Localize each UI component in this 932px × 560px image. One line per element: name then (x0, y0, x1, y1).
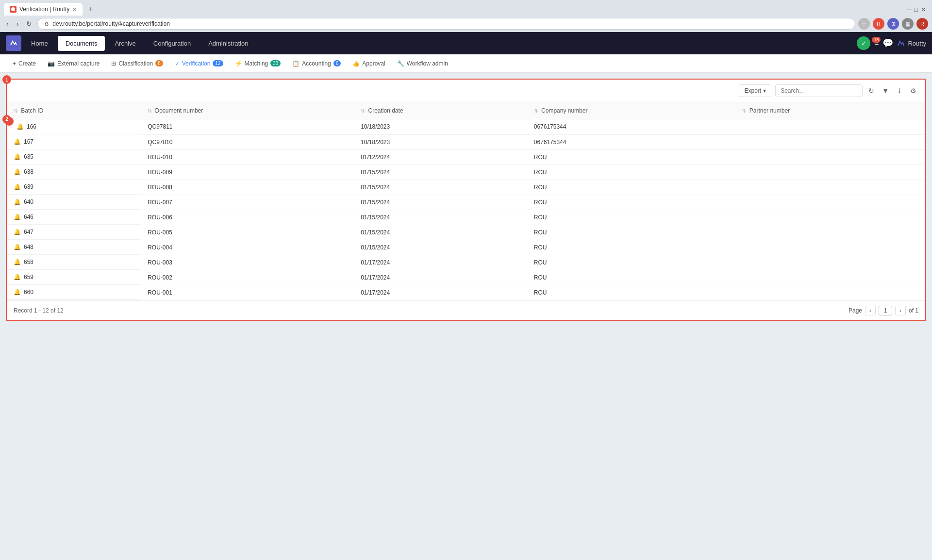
subnav-accounting[interactable]: 📋 Accounting 6 (287, 57, 346, 70)
table-row[interactable]: 🔔 648 ROU-004 01/15/2024 ROU (7, 240, 925, 255)
nav-configuration[interactable]: Configuration (146, 36, 199, 51)
table-body: 2 🔔 166 QC97811 10/18/2023 0676175344 2 … (7, 119, 925, 300)
table-row[interactable]: 🔔 660 ROU-001 01/17/2024 ROU (7, 285, 925, 300)
url-text: dev.routty.be/portal/routty/#captureveri… (52, 20, 170, 27)
subnav-classification[interactable]: ⊞ Classification 8 (106, 57, 167, 70)
cell-company-number: ROU (527, 210, 735, 225)
back-button[interactable]: ‹ (4, 18, 11, 29)
subnav-workflow-admin-label: Workflow admin (407, 60, 448, 67)
nav-home[interactable]: Home (23, 36, 56, 51)
table-row[interactable]: 2 🔔 166 QC97811 10/18/2023 0676175344 2 (7, 119, 925, 135)
cell-creation-date: 01/15/2024 (354, 195, 527, 210)
thumbs-up-icon: 👍 (352, 60, 360, 67)
cell-batch-id: 🔔 638 (7, 165, 141, 180)
table-row[interactable]: 🔔 638 ROU-009 01/15/2024 ROU (7, 165, 925, 180)
nav-archive[interactable]: Archive (107, 36, 143, 51)
cell-batch-id: 🔔 659 (7, 270, 141, 285)
subnav-matching-label: Matching (245, 60, 268, 67)
cell-creation-date: 01/15/2024 (354, 225, 527, 240)
table-row[interactable]: 🔔 646 ROU-006 01/15/2024 ROU (7, 210, 925, 225)
address-bar[interactable]: dev.routty.be/portal/routty/#captureveri… (37, 18, 855, 30)
cell-creation-date: 01/15/2024 (354, 180, 527, 195)
tab-favicon (10, 6, 17, 13)
classification-badge: 8 (155, 60, 163, 66)
cell-company-number: ROU (527, 149, 735, 165)
cell-partner-number (735, 225, 925, 240)
export-dropdown-icon: ▾ (763, 87, 766, 94)
extension-button[interactable]: R (873, 18, 884, 30)
cell-creation-date: 01/17/2024 (354, 285, 527, 300)
nav-administration[interactable]: Administration (200, 36, 256, 51)
subnav-workflow-admin[interactable]: 🔧 Workflow admin (392, 57, 453, 70)
maximize-button[interactable]: □ (914, 6, 918, 13)
row-icon: 🔔 (14, 259, 21, 265)
batch-id-value: 658 (24, 259, 33, 265)
row-icon: 🔔 (17, 123, 24, 130)
cell-partner-number (735, 270, 925, 285)
cell-creation-date: 01/17/2024 (354, 255, 527, 270)
export-button[interactable]: Export ▾ (739, 84, 771, 97)
col-creation-date[interactable]: ⇅ Creation date (354, 102, 527, 119)
profile-button[interactable]: R (916, 18, 928, 30)
status-indicator: ✓ (857, 36, 870, 50)
reload-button[interactable]: ↻ (24, 18, 34, 29)
cell-company-number: 0676175344 (527, 134, 735, 149)
table-row[interactable]: 🔔 658 ROU-003 01/17/2024 ROU (7, 255, 925, 270)
nav-documents[interactable]: Documents (58, 36, 105, 51)
subnav-create-label: Create (18, 60, 36, 67)
table-row[interactable]: 🔔 635 ROU-010 01/12/2024 ROU (7, 149, 925, 165)
filter-button[interactable]: ▼ (880, 85, 891, 97)
col-partner-number[interactable]: ⇅ Partner number (735, 102, 925, 119)
subnav-external-capture[interactable]: 📷 External capture (43, 57, 104, 70)
table-row[interactable]: 🔔 647 ROU-005 01/15/2024 ROU (7, 225, 925, 240)
cell-creation-date: 10/18/2023 (354, 134, 527, 149)
table-row[interactable]: 🔔 639 ROU-008 01/15/2024 ROU (7, 180, 925, 195)
sidebar-button[interactable]: ▦ (902, 18, 914, 30)
subnav-matching[interactable]: ⚡ Matching 33 (230, 57, 286, 70)
col-batch-id[interactable]: ⇅ Batch ID (7, 102, 141, 119)
active-tab[interactable]: Verification | Routty ✕ (4, 3, 83, 16)
table-row[interactable]: 🔔 640 ROU-007 01/15/2024 ROU (7, 195, 925, 210)
minimize-button[interactable]: ─ (907, 6, 911, 13)
close-button[interactable]: ✕ (921, 6, 926, 13)
cell-batch-id: 2 🔔 166 (7, 119, 141, 134)
filter2-button[interactable]: ⤓ (895, 85, 904, 97)
col-document-number[interactable]: ⇅ Document number (141, 102, 354, 119)
subnav-verification[interactable]: ✓ Verification 12 (170, 57, 228, 70)
col-company-number[interactable]: ⇅ Company number (527, 102, 735, 119)
cell-partner-number (735, 180, 925, 195)
search-input[interactable] (775, 84, 863, 97)
new-tab-button[interactable]: + (84, 3, 97, 16)
chat-icon[interactable]: 💬 (882, 38, 893, 49)
batch-id-value: 166 (27, 123, 36, 130)
cell-company-number: ROU (527, 240, 735, 255)
prev-page-button[interactable]: ‹ (865, 306, 876, 315)
bookmark-button[interactable]: ☆ (858, 18, 870, 30)
table-container: 1 Export ▾ ↻ ▼ ⤓ ⚙ (6, 79, 926, 321)
next-page-button[interactable]: › (895, 306, 906, 315)
address-bar-row: ‹ › ↻ dev.routty.be/portal/routty/#captu… (0, 16, 932, 32)
settings-button[interactable]: ⚙ (908, 85, 918, 97)
subnav-approval[interactable]: 👍 Approval (348, 57, 390, 70)
subnav-create[interactable]: + Create (8, 57, 41, 70)
table-row[interactable]: 🔔 167 QC97810 10/18/2023 0676175344 (7, 134, 925, 149)
cell-partner-number (735, 210, 925, 225)
row-icon: 🔔 (14, 168, 21, 175)
tab-title: Verification | Routty (19, 6, 69, 13)
tab-close-button[interactable]: ✕ (72, 6, 77, 13)
batch-id-value: 659 (24, 274, 33, 280)
cell-batch-id: 🔔 658 (7, 255, 141, 270)
forward-button[interactable]: › (14, 18, 21, 29)
accounting-badge: 6 (333, 60, 341, 66)
extension2-button[interactable]: ⊞ (887, 18, 899, 30)
page-label: Page (849, 307, 862, 314)
logo-button[interactable] (6, 35, 21, 51)
data-table: ⇅ Batch ID ⇅ Document number ⇅ Creation … (7, 102, 925, 300)
notifications-button[interactable]: ≡ 18 (874, 39, 879, 48)
cell-batch-id: 🔔 646 (7, 210, 141, 225)
cell-document-number: ROU-009 (141, 165, 354, 180)
svg-point-0 (11, 7, 15, 11)
refresh-button[interactable]: ↻ (866, 85, 876, 97)
table-row[interactable]: 🔔 659 ROU-002 01/17/2024 ROU (7, 270, 925, 285)
user-menu-button[interactable]: Routty (897, 39, 926, 47)
